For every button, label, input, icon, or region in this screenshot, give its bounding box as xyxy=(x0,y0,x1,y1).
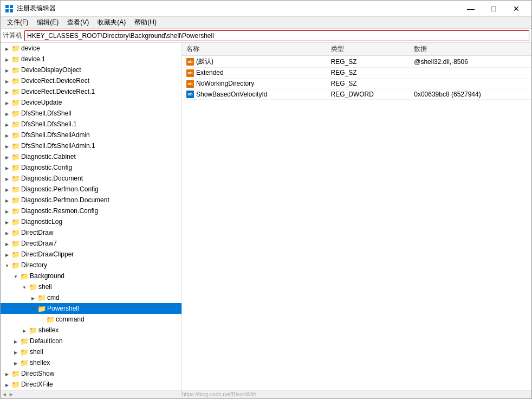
expand-arrow-DfsShellAdmin1[interactable] xyxy=(3,143,11,149)
tree-item-DefaultIcon[interactable]: 📁DefaultIcon xyxy=(1,336,181,346)
folder-icon-DfsShell: 📁 xyxy=(11,110,20,118)
close-button[interactable]: ✕ xyxy=(505,1,527,16)
table-row-0[interactable]: ab(默认)REG_SZ@shell32.dll,-8506 xyxy=(182,56,531,68)
expand-arrow-DfsShell[interactable] xyxy=(3,111,11,117)
expand-arrow-shellex2[interactable] xyxy=(11,360,20,366)
tree-item-Powershell[interactable]: 📁Powershell xyxy=(1,303,181,314)
expand-arrow-DfsShellAdmin[interactable] xyxy=(3,132,11,138)
cell-type-1: REG_SZ xyxy=(327,68,410,79)
expand-arrow-Powershell[interactable] xyxy=(29,306,37,312)
tree-item-DfsShell[interactable]: 📁DfsShell.DfsShell xyxy=(1,108,181,119)
expand-arrow-DiagnosticDocument[interactable] xyxy=(3,176,11,182)
tree-item-shellex[interactable]: 📁shellex xyxy=(1,325,181,336)
expand-arrow-device1[interactable] xyxy=(3,56,11,62)
expand-arrow-DirectXFile[interactable] xyxy=(3,382,11,388)
expand-arrow-DeviceRect[interactable] xyxy=(3,78,11,84)
tree-label-DeviceDisplayObject: DeviceDisplayObject xyxy=(21,66,81,74)
tree-item-DirectDraw[interactable]: 📁DirectDraw xyxy=(1,227,181,238)
folder-icon-cmd: 📁 xyxy=(37,294,46,302)
menu-favorites[interactable]: 收藏夹(A) xyxy=(93,17,130,28)
folder-icon-DirectDraw7: 📁 xyxy=(11,240,20,248)
tree-item-device[interactable]: 📁device xyxy=(1,43,181,54)
tree-panel[interactable]: 📁device📁device.1📁DeviceDisplayObject📁Dev… xyxy=(1,43,182,390)
expand-arrow-DiagnosticPerfmonConfig[interactable] xyxy=(3,186,11,192)
tree-item-DiagnosticPerfmonDocument[interactable]: 📁Diagnostic.Perfmon.Document xyxy=(1,195,181,205)
expand-arrow-shellex[interactable] xyxy=(20,327,29,333)
tree-item-device1[interactable]: 📁device.1 xyxy=(1,54,181,65)
tree-item-DiagnosticPerfmonConfig[interactable]: 📁Diagnostic.Perfmon.Config xyxy=(1,184,181,195)
tree-label-Background: Background xyxy=(30,272,64,280)
expand-arrow-DirectShow[interactable] xyxy=(3,371,11,377)
expand-arrow-DeviceUpdate[interactable] xyxy=(3,100,11,106)
menu-edit[interactable]: 编辑(E) xyxy=(33,17,63,28)
expand-arrow-DeviceRect1[interactable] xyxy=(3,89,11,95)
menu-view[interactable]: 查看(V) xyxy=(63,17,93,28)
table-row-2[interactable]: abNoWorkingDirectoryREG_SZ xyxy=(182,78,531,89)
watermark: https://blog.csdn.net/BisonWith xyxy=(182,391,256,397)
cell-data-0: @shell32.dll,-8506 xyxy=(410,56,531,68)
expand-arrow-Directory[interactable] xyxy=(3,262,11,268)
table-row-1[interactable]: abExtendedREG_SZ xyxy=(182,68,531,79)
menu-help[interactable]: 帮助(H) xyxy=(130,17,161,28)
expand-arrow-device[interactable] xyxy=(3,46,11,52)
expand-arrow-DirectDrawClipper[interactable] xyxy=(3,252,11,258)
menu-file[interactable]: 文件(F) xyxy=(3,17,33,28)
expand-arrow-Background[interactable] xyxy=(11,273,20,279)
tree-item-cmd[interactable]: 📁cmd xyxy=(1,292,181,303)
tree-item-DiagnosticResmonConfig[interactable]: 📁Diagnostic.Resmon.Config xyxy=(1,205,181,216)
expand-arrow-DefaultIcon[interactable] xyxy=(11,338,20,344)
address-label: 计算机 xyxy=(3,31,22,40)
tree-item-DeviceDisplayObject[interactable]: 📁DeviceDisplayObject xyxy=(1,65,181,75)
address-bar: 计算机 xyxy=(1,29,531,43)
tree-item-DfsShell1[interactable]: 📁DfsShell.DfsShell.1 xyxy=(1,119,181,130)
tree-item-DiagnosticDocument[interactable]: 📁Diagnostic.Document xyxy=(1,173,181,184)
expand-arrow-DiagnosticResmonConfig[interactable] xyxy=(3,208,11,214)
tree-item-Background[interactable]: 📁Background xyxy=(1,271,181,281)
tree-label-command: command xyxy=(56,316,85,323)
maximize-button[interactable]: □ xyxy=(483,1,504,16)
tree-item-DfsShellAdmin1[interactable]: 📁DfsShell.DfsShellAdmin.1 xyxy=(1,140,181,151)
tree-item-DirectDraw7[interactable]: 📁DirectDraw7 xyxy=(1,238,181,249)
minimize-button[interactable]: — xyxy=(460,1,482,16)
tree-item-DeviceRect1[interactable]: 📁DeviceRect.DeviceRect.1 xyxy=(1,86,181,97)
expand-arrow-DeviceDisplayObject[interactable] xyxy=(3,67,11,73)
tree-item-command[interactable]: 📁command xyxy=(1,314,181,325)
window-controls: — □ ✕ xyxy=(460,1,527,16)
tree-item-DeviceRect[interactable]: 📁DeviceRect.DeviceRect xyxy=(1,75,181,86)
expand-arrow-DiagnosticCabinet[interactable] xyxy=(3,154,11,160)
cell-name-3: abShowBasedOnVelocityId xyxy=(182,89,327,100)
expand-arrow-cmd[interactable] xyxy=(29,295,37,301)
tree-item-shell[interactable]: 📁shell xyxy=(1,281,181,292)
expand-arrow-DirectDraw7[interactable] xyxy=(3,241,11,247)
tree-item-Directory[interactable]: 📁Directory xyxy=(1,260,181,271)
tree-item-DeviceUpdate[interactable]: 📁DeviceUpdate xyxy=(1,97,181,108)
expand-arrow-DfsShell1[interactable] xyxy=(3,121,11,127)
tree-item-DirectXFile[interactable]: 📁DirectXFile xyxy=(1,379,181,390)
tree-item-DirectShow[interactable]: 📁DirectShow xyxy=(1,368,181,379)
tree-item-DiagnosticConfig[interactable]: 📁Diagnostic.Config xyxy=(1,162,181,173)
expand-arrow-DiagnosticLog[interactable] xyxy=(3,219,11,225)
tree-item-DirectDrawClipper[interactable]: 📁DirectDrawClipper xyxy=(1,249,181,260)
expand-arrow-shell2[interactable] xyxy=(11,349,20,355)
folder-icon-DeviceDisplayObject: 📁 xyxy=(11,66,20,74)
tree-item-DiagnosticLog[interactable]: 📁DiagnosticLog xyxy=(1,216,181,227)
tree-item-DfsShellAdmin[interactable]: 📁DfsShell.DfsShellAdmin xyxy=(1,130,181,140)
expand-arrow-shell[interactable] xyxy=(20,284,29,290)
expand-arrow-DiagnosticConfig[interactable] xyxy=(3,165,11,171)
expand-arrow-DirectDraw[interactable] xyxy=(3,230,11,236)
svg-rect-0 xyxy=(5,5,9,8)
tree-item-DiagnosticCabinet[interactable]: 📁Diagnostic.Cabinet xyxy=(1,151,181,162)
table-row-3[interactable]: abShowBasedOnVelocityIdREG_DWORD0x00639b… xyxy=(182,89,531,100)
detail-panel[interactable]: 名称 类型 数据 ab(默认)REG_SZ@shell32.dll,-8506a… xyxy=(182,43,531,390)
title-bar: 注册表编辑器 — □ ✕ xyxy=(1,1,531,17)
tree-item-shellex2[interactable]: 📁shellex xyxy=(1,357,181,368)
app-icon xyxy=(5,4,14,13)
folder-icon-DiagnosticPerfmonConfig: 📁 xyxy=(11,185,20,194)
address-input[interactable] xyxy=(24,30,529,41)
horizontal-scrollbar-left[interactable]: ◄ ► xyxy=(1,390,182,398)
tree-item-shell2[interactable]: 📁shell xyxy=(1,346,181,357)
tree-label-DirectShow: DirectShow xyxy=(21,370,54,377)
horizontal-scrollbar-right[interactable]: https://blog.csdn.net/BisonWith xyxy=(182,390,531,398)
value-icon-0: ab xyxy=(186,58,194,66)
expand-arrow-DiagnosticPerfmonDocument[interactable] xyxy=(3,197,11,203)
